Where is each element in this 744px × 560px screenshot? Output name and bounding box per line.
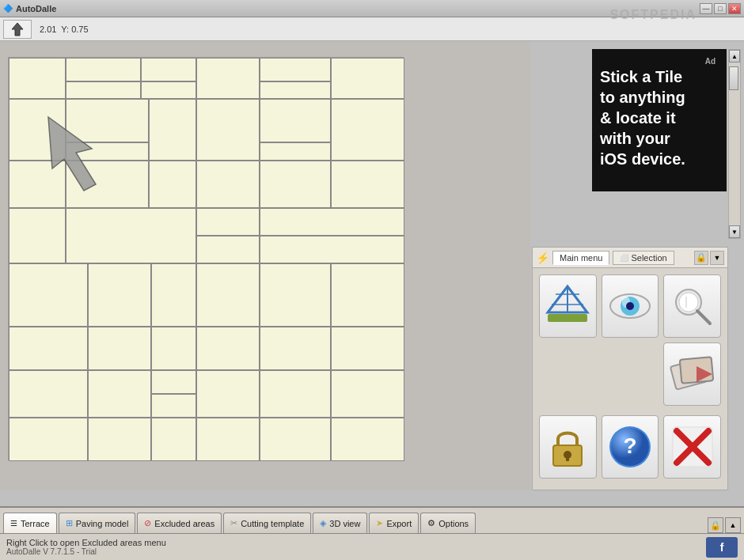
tile [260, 161, 331, 208]
tile [331, 418, 404, 461]
lock-tool-button[interactable] [539, 415, 597, 479]
tile [9, 327, 88, 370]
empty-slot-1 [539, 342, 597, 406]
tile [260, 370, 331, 418]
tile [66, 58, 141, 81]
tile [260, 263, 331, 327]
tool-panel: ⚡ Main menu ⬜ Selection 🔒 ▼ [532, 247, 728, 490]
3d-label: 3D view [329, 519, 360, 528]
tab-lock-button[interactable]: 🔒 [708, 517, 723, 533]
tile [196, 418, 260, 461]
svg-line-12 [697, 311, 710, 324]
tile [151, 394, 196, 418]
tile [331, 327, 404, 370]
svg-rect-2 [548, 314, 587, 322]
title-text: AutoDalle [16, 4, 56, 13]
lock-icon[interactable]: 🔒 [694, 251, 708, 265]
tile [88, 263, 151, 327]
right-scrollbar[interactable]: ▲ ▼ [728, 49, 741, 239]
tile [88, 370, 151, 418]
tile [331, 58, 404, 99]
tile [196, 99, 260, 161]
help-tool-button[interactable]: ? [602, 415, 659, 479]
tab-cutting-template[interactable]: ✂ Cutting template [223, 513, 311, 533]
scroll-track [729, 62, 740, 225]
scroll-thumb[interactable] [729, 66, 738, 90]
tile [196, 370, 260, 418]
arrow-down-icon[interactable]: ▼ [710, 251, 724, 265]
tile [196, 58, 260, 99]
svg-point-11 [679, 293, 698, 312]
coordinates: 2.01 Y: 0.75 [40, 25, 89, 34]
tool-row-3: ? [539, 415, 721, 479]
search-tool-button[interactable] [663, 274, 721, 338]
svg-point-9 [626, 302, 634, 310]
tile [196, 263, 260, 327]
tile-canvas[interactable] [8, 57, 404, 460]
tile [9, 418, 88, 461]
tile [331, 161, 404, 208]
facebook-button[interactable]: f [706, 537, 738, 558]
ad-banner[interactable]: Ad Stick a Tile to anything & locate it … [592, 49, 727, 191]
svg-marker-1 [48, 117, 96, 191]
tile [260, 327, 331, 370]
3d-icon: ◈ [320, 518, 326, 528]
paving-label: Paving model [76, 519, 129, 528]
canvas-area[interactable] [0, 41, 530, 490]
tile [66, 208, 196, 263]
ad-text: Stick a Tile to anything & locate it wit… [600, 66, 719, 169]
close-button[interactable]: ✕ [728, 3, 741, 14]
tab-terrace[interactable]: ☰ Terrace [3, 513, 57, 533]
tile [151, 327, 196, 370]
tile [88, 418, 151, 461]
bottom-tabs: ☰ Terrace ⊞ Paving model ⊘ Excluded area… [0, 506, 744, 533]
tile [260, 208, 404, 236]
tile [149, 99, 196, 161]
tab-arrow-button[interactable]: ▲ [725, 517, 741, 533]
selection-tab[interactable]: ⬜ Selection [613, 251, 674, 265]
tile [9, 208, 66, 263]
design-tool-button[interactable] [539, 274, 597, 338]
main-menu-tab[interactable]: Main menu [552, 251, 609, 265]
maximize-button[interactable]: □ [714, 3, 727, 14]
status-hint: Right Click to open Excluded areas menu [6, 538, 166, 547]
status-bar: Right Click to open Excluded areas menu … [0, 533, 744, 560]
excluded-icon: ⊘ [144, 518, 151, 528]
tile [9, 58, 66, 99]
empty-slot-2 [602, 342, 659, 406]
options-label: Options [438, 519, 469, 528]
main-content: Ad Stick a Tile to anything & locate it … [0, 41, 744, 490]
svg-marker-0 [12, 23, 23, 36]
tab-3d-view[interactable]: ◈ 3D view [313, 513, 367, 533]
minimize-button[interactable]: — [700, 3, 712, 14]
status-messages: Right Click to open Excluded areas menu … [6, 538, 166, 556]
tile [151, 370, 196, 394]
tool-icons-panel: ? [532, 267, 728, 490]
export-tool-button[interactable] [663, 342, 721, 406]
options-icon: ⚙ [427, 518, 435, 528]
view-tool-button[interactable] [602, 274, 659, 338]
tile [88, 327, 151, 370]
terrace-label: Terrace [21, 519, 50, 528]
cutting-icon: ✂ [230, 518, 237, 528]
paving-icon: ⊞ [66, 518, 73, 528]
tab-options[interactable]: ⚙ Options [420, 513, 476, 533]
scroll-down-button[interactable]: ▼ [729, 225, 740, 238]
tile [66, 81, 141, 99]
svg-rect-19 [566, 455, 569, 461]
tab-excluded-areas[interactable]: ⊘ Excluded areas [137, 513, 222, 533]
tile [260, 236, 404, 263]
tile [196, 327, 260, 370]
tab-export[interactable]: ➤ Export [369, 513, 419, 533]
scroll-up-button[interactable]: ▲ [729, 50, 740, 62]
tab-paving-model[interactable]: ⊞ Paving model [59, 513, 136, 533]
cutting-label: Cutting template [241, 519, 304, 528]
nav-icon[interactable] [3, 20, 32, 39]
tile [141, 81, 196, 99]
close-tool-button[interactable] [663, 415, 721, 479]
title-bar-controls[interactable]: — □ ✕ [700, 3, 741, 14]
tile [196, 161, 260, 208]
terrace-icon: ☰ [10, 519, 17, 528]
svg-text:?: ? [623, 433, 636, 458]
tile [260, 418, 331, 461]
